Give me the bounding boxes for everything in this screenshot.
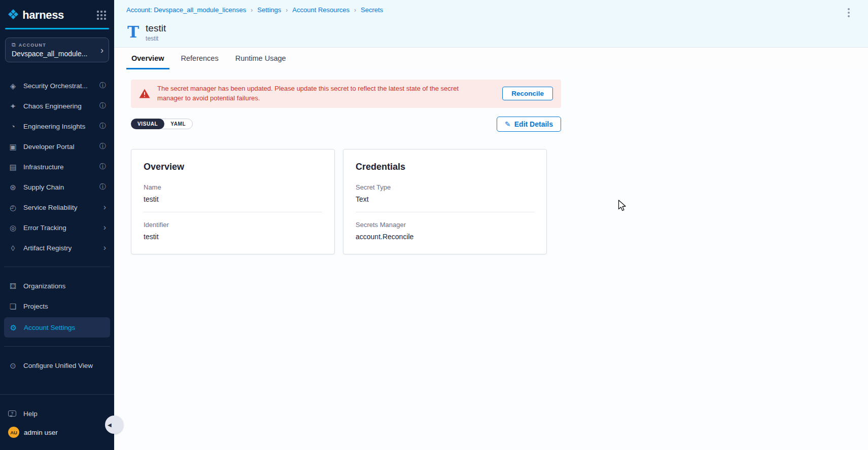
breadcrumb-account-link[interactable]: Account: Devspace_all_module_licenses bbox=[126, 6, 246, 14]
sidebar-divider bbox=[0, 394, 114, 395]
main-content: Account: Devspace_all_module_licenses › … bbox=[114, 0, 868, 450]
organizations-icon: ⚃ bbox=[8, 282, 18, 290]
module-grid-icon[interactable] bbox=[97, 11, 106, 20]
field-divider bbox=[144, 212, 322, 212]
sidebar-item-engineering-insights[interactable]: ◔ Engineering Insights ⓘ bbox=[0, 116, 114, 136]
chevron-right-icon: › bbox=[103, 203, 106, 211]
info-icon[interactable]: ⓘ bbox=[99, 122, 106, 131]
edit-details-button[interactable]: ✎ Edit Details bbox=[497, 117, 561, 132]
sidebar-item-label: Artifact Registry bbox=[23, 244, 72, 252]
info-icon[interactable]: ⓘ bbox=[99, 81, 106, 90]
credentials-card: Credentials Secret Type Text Secrets Man… bbox=[343, 149, 547, 254]
toggle-visual[interactable]: VISUAL bbox=[131, 119, 164, 129]
app-root: ❖ harness ⧉ ACCOUNT Devspace_all_module.… bbox=[0, 0, 868, 450]
account-selector[interactable]: ⧉ ACCOUNT Devspace_all_module... › bbox=[5, 38, 109, 62]
sidebar-item-service-reliability[interactable]: ◴ Service Reliability › bbox=[0, 197, 114, 217]
supply-chain-icon: ⊛ bbox=[8, 183, 18, 191]
chevron-right-icon: › bbox=[103, 223, 106, 232]
artifact-registry-icon: ◊ bbox=[8, 244, 18, 252]
edit-details-label: Edit Details bbox=[514, 120, 553, 128]
sidebar-item-organizations[interactable]: ⚃ Organizations bbox=[0, 276, 114, 296]
chaos-engineering-icon: ✦ bbox=[8, 102, 18, 110]
tab-bar: Overview References Runtime Usage bbox=[114, 47, 868, 69]
kebab-menu-icon[interactable] bbox=[846, 6, 852, 19]
configure-unified-view-icon: ⊙ bbox=[8, 362, 18, 369]
chevron-right-icon: › bbox=[100, 46, 103, 55]
account-cube-icon: ⧉ bbox=[12, 42, 16, 48]
harness-logo-icon: ❖ bbox=[7, 8, 19, 22]
warning-message: The secret manager has been updated. Ple… bbox=[157, 84, 469, 103]
sidebar-item-chaos-engineering[interactable]: ✦ Chaos Engineering ⓘ bbox=[0, 96, 114, 116]
info-icon[interactable]: ⓘ bbox=[99, 142, 106, 151]
secret-text-type-icon: T bbox=[127, 25, 139, 40]
visual-yaml-toggle: VISUAL YAML bbox=[131, 119, 193, 129]
chevron-right-icon: › bbox=[103, 244, 106, 252]
sidebar-item-label: Account Settings bbox=[24, 324, 75, 331]
sidebar-item-infrastructure[interactable]: ▤ Infrastructure ⓘ bbox=[0, 157, 114, 177]
sidebar-item-label: Infrastructure bbox=[23, 163, 64, 171]
sidebar-item-label: Organizations bbox=[23, 282, 65, 290]
breadcrumb-separator: › bbox=[354, 7, 356, 14]
name-field-label: Name bbox=[144, 183, 322, 191]
breadcrumb-secrets-link[interactable]: Secrets bbox=[361, 6, 383, 14]
secrets-manager-field-value: account.Reconcile bbox=[356, 233, 534, 241]
sidebar-item-configure-unified-view[interactable]: ⊙ Configure Unified View bbox=[0, 355, 114, 376]
sidebar-item-label: Developer Portal bbox=[23, 143, 75, 151]
module-nav: ◈ Security Orchestrat... ⓘ ✦ Chaos Engin… bbox=[0, 76, 114, 258]
page-header: Account: Devspace_all_module_licenses › … bbox=[114, 0, 868, 47]
sidebar-item-account-settings[interactable]: ⚙ Account Settings bbox=[4, 317, 110, 338]
sidebar-item-label: Service Reliability bbox=[23, 204, 78, 211]
tab-overview[interactable]: Overview bbox=[126, 48, 169, 69]
info-icon[interactable]: ⓘ bbox=[99, 101, 106, 110]
sidebar-item-projects[interactable]: ❏ Projects bbox=[0, 296, 114, 316]
tab-runtime-usage[interactable]: Runtime Usage bbox=[230, 48, 291, 69]
page-subtitle: testit bbox=[146, 35, 166, 42]
breadcrumb-separator: › bbox=[251, 7, 253, 14]
credentials-card-title: Credentials bbox=[356, 162, 534, 172]
secret-type-field-label: Secret Type bbox=[356, 183, 534, 191]
sidebar-item-label: Projects bbox=[23, 303, 48, 310]
breadcrumb-settings-link[interactable]: Settings bbox=[257, 6, 281, 14]
projects-icon: ❏ bbox=[8, 303, 18, 310]
sidebar-item-label: Security Orchestrat... bbox=[23, 82, 88, 90]
collapse-arrow-icon: ◀ bbox=[108, 422, 112, 428]
sidebar-item-help[interactable]: ? Help bbox=[0, 403, 114, 424]
user-menu[interactable]: AU admin user bbox=[0, 424, 114, 441]
sidebar-item-label: Supply Chain bbox=[23, 183, 64, 191]
breadcrumb: Account: Devspace_all_module_licenses › … bbox=[126, 6, 383, 14]
overview-card-title: Overview bbox=[144, 162, 322, 172]
name-field-value: testit bbox=[144, 195, 322, 203]
engineering-insights-icon: ◔ bbox=[8, 123, 18, 130]
sidebar-item-label: Help bbox=[23, 410, 38, 418]
breadcrumb-account-resources-link[interactable]: Account Resources bbox=[292, 6, 350, 14]
account-name: Devspace_all_module... bbox=[12, 50, 102, 58]
infrastructure-icon: ▤ bbox=[8, 163, 18, 171]
sidebar-item-supply-chain[interactable]: ⊛ Supply Chain ⓘ bbox=[0, 177, 114, 197]
detail-cards: Overview Name testit Identifier testit C… bbox=[131, 149, 561, 254]
toggle-yaml[interactable]: YAML bbox=[164, 119, 192, 129]
accent-divider bbox=[5, 28, 109, 29]
user-name: admin user bbox=[24, 429, 58, 436]
info-icon[interactable]: ⓘ bbox=[99, 162, 106, 171]
security-orchestration-icon: ◈ bbox=[8, 82, 18, 90]
harness-logo[interactable]: ❖ harness bbox=[7, 8, 64, 22]
overview-card: Overview Name testit Identifier testit bbox=[131, 149, 335, 254]
sidebar-item-label: Engineering Insights bbox=[23, 123, 85, 130]
reconcile-button[interactable]: Reconcile bbox=[502, 87, 553, 100]
identifier-field-label: Identifier bbox=[144, 221, 322, 229]
sidebar-item-error-tracking[interactable]: ◎ Error Tracking › bbox=[0, 217, 114, 238]
avatar: AU bbox=[8, 427, 19, 438]
toolbar-row: VISUAL YAML ✎ Edit Details bbox=[131, 117, 561, 132]
warning-triangle-icon bbox=[139, 89, 150, 98]
pencil-icon: ✎ bbox=[505, 120, 511, 128]
tab-references[interactable]: References bbox=[176, 48, 224, 69]
sidebar-item-security-orchestration[interactable]: ◈ Security Orchestrat... ⓘ bbox=[0, 76, 114, 96]
sidebar-item-artifact-registry[interactable]: ◊ Artifact Registry › bbox=[0, 238, 114, 258]
field-divider bbox=[356, 212, 534, 212]
info-icon[interactable]: ⓘ bbox=[99, 182, 106, 192]
sidebar: ❖ harness ⧉ ACCOUNT Devspace_all_module.… bbox=[0, 0, 114, 450]
sidebar-collapse-handle[interactable]: ◀ bbox=[105, 416, 123, 434]
sidebar-item-developer-portal[interactable]: ▣ Developer Portal ⓘ bbox=[0, 136, 114, 157]
error-tracking-icon: ◎ bbox=[8, 224, 18, 232]
sidebar-item-label: Chaos Engineering bbox=[23, 102, 82, 110]
